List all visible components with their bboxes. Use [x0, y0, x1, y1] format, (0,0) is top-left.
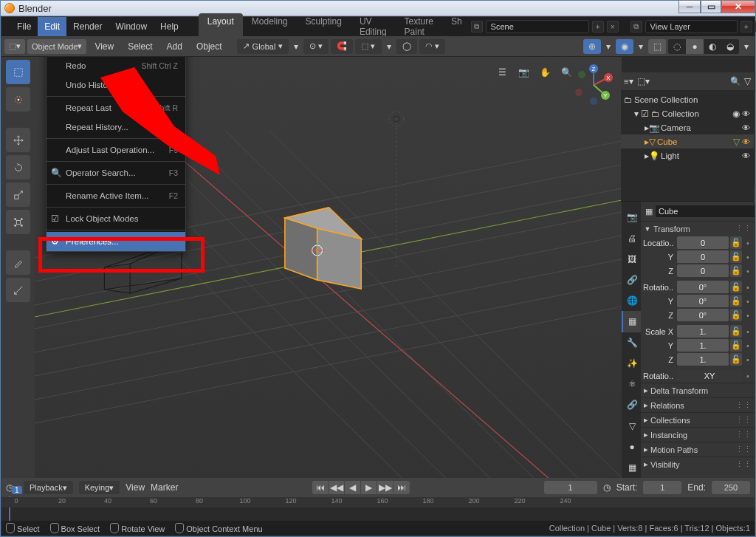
shading-rendered[interactable]: ◒ [721, 39, 739, 54]
restrict-icon[interactable]: ◉ [732, 109, 740, 119]
3d-viewport[interactable]: ☰ 📷 ✋ 🔍 X Y Z UndoCtrl Z RedoShift Ctrl … [35, 57, 622, 478]
panel-collections[interactable]: ▸Collections⋮⋮ [641, 412, 755, 427]
tab-texture[interactable]: ▦ [622, 457, 641, 478]
gizmo-more[interactable]: ▾ [603, 39, 614, 54]
location-x[interactable]: 0 [677, 236, 729, 249]
add-menu[interactable]: Add [161, 41, 188, 52]
location-z[interactable]: 0 [677, 264, 729, 277]
view-menu[interactable]: View [89, 41, 120, 52]
tool-scale[interactable] [6, 182, 30, 207]
lock-icon[interactable]: 🔓 [730, 353, 742, 366]
menu-help[interactable]: Help [154, 17, 185, 36]
shading-solid[interactable]: ● [686, 39, 704, 54]
menuitem-repeat-last[interactable]: Repeat LastShift R [47, 98, 185, 117]
tool-annotate[interactable] [6, 250, 30, 275]
filter-icon[interactable]: ▽ [744, 76, 751, 86]
lock-icon[interactable]: 🔓 [730, 309, 742, 321]
outliner-collection[interactable]: ▾ ☑ 🗀 Collection◉👁 [621, 106, 754, 120]
menu-render[interactable]: Render [66, 17, 109, 36]
panel-delta-transform[interactable]: ▸Delta Transform [641, 383, 755, 397]
prev-key-button[interactable]: ◀◀ [329, 481, 345, 494]
menuitem-rename-active[interactable]: Rename Active Item...F2 [47, 186, 185, 205]
anim-dot[interactable]: • [743, 236, 752, 249]
anim-dot[interactable]: • [743, 309, 752, 321]
lock-icon[interactable]: 🔓 [730, 325, 742, 338]
rotation-y[interactable]: 0° [677, 295, 729, 307]
tab-view-layer[interactable]: 🖼 [622, 249, 641, 270]
search-icon[interactable]: 🔍 [730, 76, 740, 86]
object-data-icon[interactable]: ▦ [645, 207, 653, 216]
lock-icon[interactable]: 🔓 [730, 250, 742, 263]
end-frame-field[interactable]: 250 [712, 481, 750, 494]
minimize-button[interactable]: ─ [678, 0, 701, 13]
tab-scene[interactable]: 🔗 [622, 270, 641, 290]
object-menu[interactable]: Object [190, 41, 228, 52]
playback-menu[interactable]: Playback ▾ [24, 481, 73, 494]
start-frame-field[interactable]: 1 [643, 481, 681, 494]
keying-menu[interactable]: Keying ▾ [79, 481, 120, 494]
anim-dot[interactable]: • [743, 250, 752, 263]
menu-window[interactable]: Window [109, 17, 154, 36]
tool-select-box[interactable] [6, 60, 30, 84]
viewport-icon-camera[interactable]: 📷 [514, 63, 533, 82]
tab-object[interactable]: ▦ [622, 311, 641, 332]
menuitem-lock-object-modes[interactable]: ☑Lock Object Modes [47, 209, 185, 228]
jump-end-button[interactable]: ⏭ [394, 481, 410, 494]
scene-name-field[interactable]: Scene [486, 20, 589, 33]
scale-x[interactable]: 1. [677, 325, 729, 338]
viewport-icon-camera-list[interactable]: ☰ [492, 63, 512, 82]
lock-icon[interactable]: 🔓 [730, 295, 742, 307]
rotation-z[interactable]: 0° [677, 309, 729, 321]
menuitem-undo-history[interactable]: Undo History [47, 75, 185, 95]
anim-dot[interactable]: • [743, 369, 752, 382]
anim-dot[interactable]: • [743, 281, 752, 293]
shading-wireframe[interactable]: ◌ [668, 39, 686, 54]
snap-toggle[interactable]: 🧲 [331, 39, 353, 54]
current-frame-field[interactable]: 1 [544, 481, 597, 494]
menuitem-operator-search[interactable]: 🔍Operator Search...F3 [47, 163, 185, 182]
panel-relations[interactable]: ▸Relations⋮⋮ [641, 397, 755, 412]
proportional-falloff[interactable]: ◠ ▾ [419, 39, 445, 54]
anim-dot[interactable]: • [743, 295, 752, 307]
rotation-mode[interactable]: XY [677, 369, 742, 382]
overlays-toggle[interactable]: ◉ [616, 39, 633, 54]
select-icon[interactable]: ▽ [733, 137, 740, 147]
tool-measure[interactable] [6, 278, 30, 302]
timeline-track[interactable]: 1 020406080100120140160180200220240 [1, 497, 755, 521]
layer-browse-icon[interactable]: ⧉ [630, 21, 642, 33]
play-button[interactable]: ▶ [361, 481, 377, 494]
panel-motion-paths[interactable]: ▸Motion Paths⋮⋮ [641, 442, 755, 456]
maximize-button[interactable]: ▭ [701, 0, 721, 13]
view-menu-tl[interactable]: View [126, 482, 145, 493]
eye-icon[interactable]: 👁 [742, 137, 751, 146]
jump-start-button[interactable]: ⏮ [312, 481, 329, 494]
layer-new-icon[interactable]: + [740, 21, 752, 33]
pivot-dropdown[interactable]: ⊙ ▾ [303, 39, 329, 54]
view-layer-field[interactable]: View Layer [645, 20, 738, 33]
tool-transform[interactable] [6, 210, 30, 234]
menuitem-repeat-history[interactable]: Repeat History... [47, 117, 185, 137]
panel-transform-header[interactable]: ▼Transform⋮⋮ [641, 221, 755, 236]
xray-toggle[interactable]: ⬚ [648, 39, 666, 54]
menuitem-adjust-last[interactable]: Adjust Last Operation...F9 [47, 140, 185, 160]
menu-edit[interactable]: Edit [38, 17, 66, 36]
auto-key-icon[interactable]: ◷ [603, 482, 611, 493]
shading-more[interactable]: ▾ [741, 39, 752, 54]
outliner-scene-collection[interactable]: 🗀 Scene Collection [621, 92, 754, 106]
scale-z[interactable]: 1. [677, 353, 729, 366]
tab-modifiers[interactable]: 🔧 [622, 332, 641, 353]
eye-icon[interactable]: 👁 [742, 109, 751, 118]
eye-icon[interactable]: 👁 [742, 123, 751, 132]
select-menu[interactable]: Select [122, 41, 158, 52]
tool-move[interactable] [6, 128, 30, 152]
outliner-editor-icon[interactable]: ≡▾ [624, 76, 633, 86]
snap-target[interactable]: ⬚ ▾ [355, 39, 381, 54]
tool-rotate[interactable] [6, 155, 30, 179]
lock-icon[interactable]: 🔓 [730, 264, 742, 277]
outliner-item-light[interactable]: ▸ 💡 Light👁 [621, 148, 754, 163]
marker-menu[interactable]: Marker [151, 482, 178, 493]
tab-world[interactable]: 🌐 [622, 290, 641, 311]
overlays-more[interactable]: ▾ [636, 39, 646, 54]
lock-icon[interactable]: 🔓 [730, 281, 742, 293]
menuitem-redo[interactable]: RedoShift Ctrl Z [47, 57, 185, 75]
